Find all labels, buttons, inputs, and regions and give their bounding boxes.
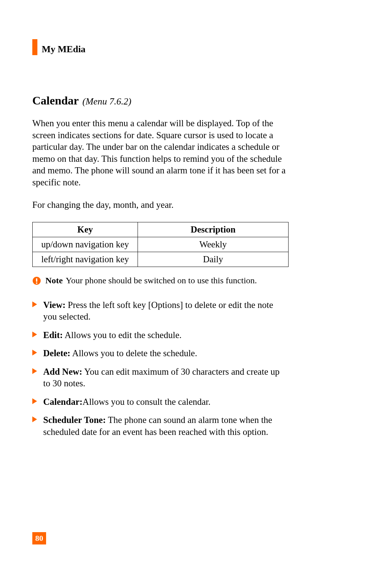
note-text: Your phone should be switched on to use … xyxy=(66,276,257,285)
page-subtitle: (Menu 7.6.2) xyxy=(82,96,131,107)
svg-point-2 xyxy=(36,282,37,284)
list-item: Add New: You can edit maximum of 30 char… xyxy=(32,366,288,390)
triangle-icon xyxy=(32,416,37,422)
section-title: My MEdia xyxy=(42,40,86,55)
bullet-text: Allows you to delete the schedule. xyxy=(70,348,197,358)
bullet-text: Press the left soft key [Options] to del… xyxy=(43,300,273,322)
triangle-icon xyxy=(32,301,37,307)
triangle-icon xyxy=(32,332,37,337)
triangle-icon xyxy=(32,350,37,355)
table-header-key: Key xyxy=(33,222,138,237)
bullet-label: Scheduler Tone: xyxy=(43,415,106,425)
main-content: Calendar (Menu 7.6.2) When you enter thi… xyxy=(32,94,288,444)
table-cell-key: left/right navigation key xyxy=(33,252,138,267)
table-row: up/down navigation key Weekly xyxy=(33,237,289,252)
list-item: Scheduler Tone: The phone can sound an a… xyxy=(32,414,288,438)
page-title: Calendar xyxy=(32,94,79,107)
page-title-line: Calendar (Menu 7.6.2) xyxy=(32,94,288,107)
bullet-label: Edit: xyxy=(43,330,63,340)
bullet-label: Delete: xyxy=(43,348,70,358)
list-item: Delete: Allows you to delete the schedul… xyxy=(32,348,288,359)
intro-paragraph: When you enter this menu a calendar will… xyxy=(32,118,288,188)
list-item: Edit: Allows you to edit the schedule. xyxy=(32,329,288,341)
page-number: 80 xyxy=(32,532,46,544)
accent-bar xyxy=(32,39,37,55)
list-item: View: Press the left soft key [Options] … xyxy=(32,299,288,323)
key-description-table: Key Description up/down navigation key W… xyxy=(32,222,289,267)
table-cell-key: up/down navigation key xyxy=(33,237,138,252)
list-item: Calendar:Allows you to consult the calen… xyxy=(32,396,288,408)
bullet-label: View: xyxy=(43,300,66,310)
table-row: left/right navigation key Daily xyxy=(33,252,289,267)
table-header-row: Key Description xyxy=(33,222,289,237)
bullet-text: Allows you to edit the schedule. xyxy=(63,330,181,340)
bullet-label: Calendar: xyxy=(43,397,82,407)
svg-rect-1 xyxy=(36,278,37,282)
second-paragraph: For changing the day, month, and year. xyxy=(32,199,288,211)
bullet-text: Allows you to consult the calendar. xyxy=(82,397,211,407)
section-header: My MEdia xyxy=(32,39,86,55)
triangle-icon xyxy=(32,368,37,374)
bullet-label: Add New: xyxy=(43,367,82,377)
note-block: Note Your phone should be switched on to… xyxy=(32,276,288,285)
note-label: Note xyxy=(45,276,63,285)
options-list: View: Press the left soft key [Options] … xyxy=(32,299,288,438)
alert-icon xyxy=(32,276,41,285)
table-header-description: Description xyxy=(138,222,289,237)
table-cell-desc: Weekly xyxy=(138,237,289,252)
triangle-icon xyxy=(32,398,37,404)
table-cell-desc: Daily xyxy=(138,252,289,267)
